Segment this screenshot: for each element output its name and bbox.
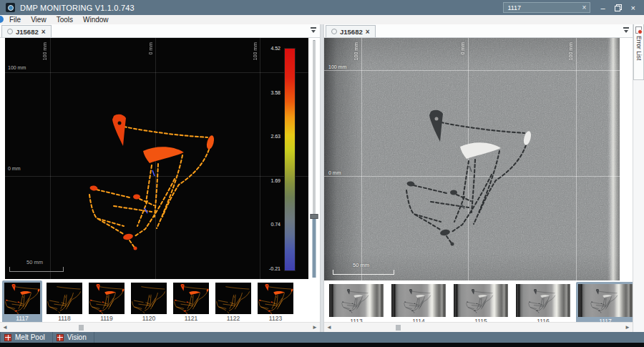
scroll-left-icon[interactable]: ◄ xyxy=(2,323,8,332)
colorbar-ticks: 4.523.582.631.690.74-0.21 xyxy=(269,46,280,271)
vision-panel: J15682 × xyxy=(324,24,633,332)
thumbnail-image xyxy=(173,283,209,314)
left-thumbnail-strip: 1117 1118 1119 1120 1121 1122 1123 xyxy=(0,279,320,322)
error-list-tab[interactable]: Error List xyxy=(633,24,644,80)
melt-pool-tabstrip: J15682 × xyxy=(0,24,320,38)
error-list-label: Error List xyxy=(635,36,643,60)
thumbnail-label: 1117 xyxy=(16,315,29,322)
melt-pool-trace xyxy=(5,38,308,279)
scale-bar xyxy=(333,270,394,275)
scale-bar xyxy=(9,267,64,272)
vision-thumbnail[interactable]: 1115 xyxy=(452,282,510,326)
vision-canvas[interactable]: 100 mm 0 mm 100 mm 100 mm 0 mm 50 mm xyxy=(324,38,620,280)
window-controls: – × xyxy=(590,4,644,12)
colorbar-tick: 1.69 xyxy=(270,178,280,183)
status-bar: Melt Pool Vision xyxy=(0,332,644,343)
melt-pool-thumbnail[interactable]: 1119 xyxy=(87,280,127,323)
scrollbar-thumb[interactable] xyxy=(396,325,401,331)
pin-panel-icon[interactable] xyxy=(310,27,317,34)
error-list-icon xyxy=(635,26,642,34)
scroll-left-icon[interactable]: ◄ xyxy=(326,323,332,332)
vision-thumbnail[interactable]: 1117 xyxy=(576,282,635,326)
scale-bar-label: 50 mm xyxy=(26,259,43,265)
tab-label: J15682 xyxy=(340,28,363,36)
menu-item-view[interactable]: View xyxy=(26,16,52,24)
melt-pool-thumbnail[interactable]: 1121 xyxy=(171,280,211,323)
colorbar-tick: 4.52 xyxy=(270,46,280,51)
title-bar: DMP MONITORING V1.1.0.743 1117 × – × xyxy=(0,0,644,15)
menu-item-tools[interactable]: Tools xyxy=(52,16,78,24)
thumbnail-label: 1118 xyxy=(58,315,71,322)
thumbnail-label: 1120 xyxy=(142,315,155,322)
axis-label-x: 100 mm xyxy=(42,42,47,60)
menu-bar: FileViewToolsWindow xyxy=(0,15,644,24)
pin-panel-icon[interactable] xyxy=(623,27,630,34)
melt-pool-thumbnail[interactable]: 1122 xyxy=(213,280,253,323)
melt-pool-thumbnail[interactable]: 1123 xyxy=(255,280,296,323)
thumbnail-image xyxy=(258,283,293,314)
vision-thumbnail[interactable]: 1114 xyxy=(389,282,448,326)
thumbnail-image xyxy=(516,284,570,317)
colorbar-tick: 0.74 xyxy=(270,222,280,227)
status-tab-label: Vision xyxy=(67,333,87,341)
restore-button[interactable] xyxy=(615,4,622,11)
melt-pool-panel: J15682 × 100 mm 0 mm 100 mm 100 mm 0 mm xyxy=(0,24,320,332)
melt-pool-thumbnail[interactable]: 1117 xyxy=(2,280,42,323)
layer-slider-left xyxy=(308,38,320,279)
scroll-right-icon[interactable]: ► xyxy=(312,323,318,332)
axis-label-y: 0 mm xyxy=(8,166,21,171)
job-status-icon xyxy=(331,29,337,34)
window-title: DMP MONITORING V1.1.0.743 xyxy=(20,4,135,12)
menu-item-window[interactable]: Window xyxy=(78,16,114,24)
close-button[interactable]: × xyxy=(631,4,635,12)
axis-label-x: 100 mm xyxy=(568,42,573,60)
axis-label-x: 0 mm xyxy=(460,42,465,55)
monitor-module-icon xyxy=(57,334,64,341)
thumbnail-label: 1119 xyxy=(100,315,113,322)
scroll-right-icon[interactable]: ► xyxy=(625,323,630,332)
frame-search-input[interactable]: 1117 × xyxy=(503,2,590,13)
status-tab-melt-pool[interactable]: Melt Pool xyxy=(0,332,53,343)
colorbar-tick: -0.21 xyxy=(269,266,280,271)
right-thumbnail-strip: 1113 1114 1115 1116 1117 xyxy=(324,280,633,322)
vision-thumbnail[interactable]: 1113 xyxy=(327,282,386,326)
minimize-button[interactable]: – xyxy=(600,5,605,11)
scrollbar-thumb[interactable] xyxy=(79,325,84,331)
tab-label: J15682 xyxy=(16,28,39,36)
dock-area: J15682 × 100 mm 0 mm 100 mm 100 mm 0 mm xyxy=(0,24,644,332)
thumbnail-image xyxy=(131,283,167,314)
melt-pool-canvas[interactable]: 100 mm 0 mm 100 mm 100 mm 0 mm 50 mm 4.5… xyxy=(5,38,308,279)
axis-label-y: 0 mm xyxy=(328,170,341,175)
left-thumbnail-scrollbar[interactable]: ◄ ► xyxy=(0,322,320,332)
monitor-module-icon xyxy=(4,334,11,341)
slider-thumb[interactable] xyxy=(311,214,318,219)
right-dock-strip: Error List xyxy=(633,24,644,332)
app-logo-icon xyxy=(6,3,15,12)
thumbnail-image xyxy=(215,283,251,314)
thumbnail-label: 1123 xyxy=(269,315,282,322)
clear-icon[interactable]: × xyxy=(582,4,587,11)
application-window: DMP MONITORING V1.1.0.743 1117 × – × Fil… xyxy=(0,0,644,347)
melt-pool-thumbnail[interactable]: 1118 xyxy=(44,280,84,323)
axis-label-x: 100 mm xyxy=(253,42,258,60)
menu-item-file[interactable]: File xyxy=(4,16,26,24)
tab-close-icon[interactable]: × xyxy=(366,28,370,36)
axis-label-y: 100 mm xyxy=(8,65,26,70)
slider-fill xyxy=(313,219,316,278)
axis-label-y: 100 mm xyxy=(328,64,346,69)
job-status-icon xyxy=(7,29,13,34)
thumbnail-image xyxy=(454,284,508,317)
tab-j15682-meltpool[interactable]: J15682 × xyxy=(1,25,52,37)
colorbar-tick: 2.63 xyxy=(270,134,280,139)
thumbnail-image xyxy=(89,283,125,314)
vision-thumbnail[interactable]: 1116 xyxy=(514,282,572,326)
melt-pool-thumbnail[interactable]: 1120 xyxy=(129,280,169,323)
vision-tabstrip: J15682 × xyxy=(324,24,633,38)
tab-j15682-vision[interactable]: J15682 × xyxy=(326,25,376,37)
thumbnail-label: 1122 xyxy=(227,315,240,322)
status-tab-vision[interactable]: Vision xyxy=(53,332,94,343)
tab-close-icon[interactable]: × xyxy=(42,28,46,36)
colorbar-tick: 3.58 xyxy=(270,90,280,95)
thumbnail-label: 1121 xyxy=(185,315,197,322)
right-thumbnail-scrollbar[interactable]: ◄ ► xyxy=(324,322,633,332)
